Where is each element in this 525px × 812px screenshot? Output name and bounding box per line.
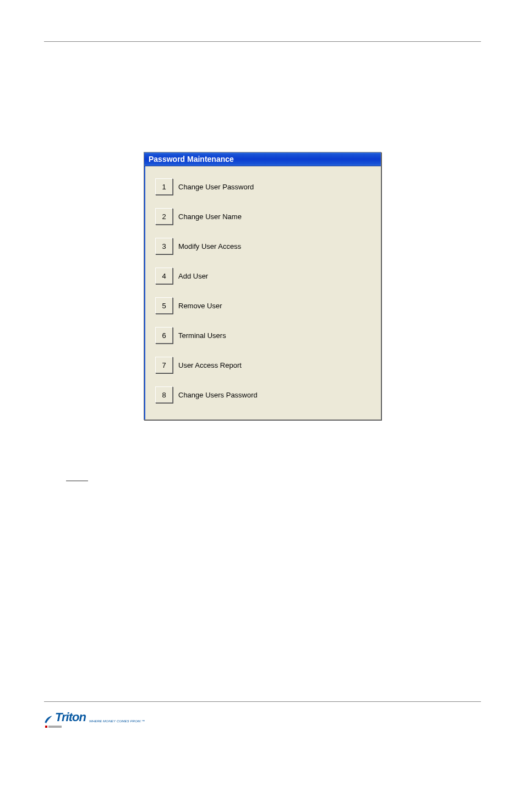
menu-label: Change Users Password [178, 391, 258, 399]
menu-button-4[interactable]: 4 [155, 268, 173, 284]
small-underline [66, 481, 88, 481]
menu-button-1[interactable]: 1 [155, 178, 173, 195]
logo-bottom-mark [45, 726, 525, 728]
menu-item-remove-user[interactable]: 5 Remove User [145, 291, 381, 320]
menu-item-user-access-report[interactable]: 7 User Access Report [145, 350, 381, 380]
menu-label: Change User Name [178, 212, 242, 221]
triton-logo: Triton WHERE MONEY COMES FROM.™ [44, 710, 525, 724]
footer-area: Triton WHERE MONEY COMES FROM.™ [0, 701, 525, 728]
menu-item-change-user-name[interactable]: 2 Change User Name [145, 201, 381, 231]
triton-swoosh-icon [44, 715, 53, 724]
menu-label: User Access Report [178, 361, 242, 369]
window-titlebar: Password Maintenance [144, 152, 381, 166]
menu-button-7[interactable]: 7 [155, 357, 173, 373]
menu-button-2[interactable]: 2 [155, 208, 173, 225]
red-square-icon [45, 726, 47, 728]
menu-item-change-user-password[interactable]: 1 Change User Password [145, 172, 381, 201]
logo-text: Triton [55, 710, 86, 724]
password-maintenance-window: Password Maintenance 1 Change User Passw… [144, 152, 381, 420]
menu-button-5[interactable]: 5 [155, 297, 173, 314]
menu-label: Remove User [178, 302, 222, 310]
menu-label: Change User Password [178, 183, 254, 191]
menu-item-add-user[interactable]: 4 Add User [145, 261, 381, 291]
logo-tagline: WHERE MONEY COMES FROM.™ [89, 720, 145, 723]
gray-rect-icon [48, 726, 62, 728]
menu-item-terminal-users[interactable]: 6 Terminal Users [145, 320, 381, 350]
menu-button-6[interactable]: 6 [155, 327, 173, 344]
menu-button-3[interactable]: 3 [155, 238, 173, 254]
menu-label: Add User [178, 272, 208, 280]
menu-button-8[interactable]: 8 [155, 386, 173, 403]
menu-body: 1 Change User Password 2 Change User Nam… [144, 166, 381, 419]
window-title: Password Maintenance [149, 155, 234, 164]
menu-item-modify-user-access[interactable]: 3 Modify User Access [145, 231, 381, 261]
menu-item-change-users-password[interactable]: 8 Change Users Password [145, 380, 381, 410]
menu-label: Terminal Users [178, 331, 226, 340]
bottom-horizontal-rule [44, 701, 481, 702]
content-area: Password Maintenance 1 Change User Passw… [0, 152, 525, 420]
top-horizontal-rule [44, 41, 481, 42]
menu-label: Modify User Access [178, 242, 241, 250]
page-container: Password Maintenance 1 Change User Passw… [0, 41, 525, 728]
